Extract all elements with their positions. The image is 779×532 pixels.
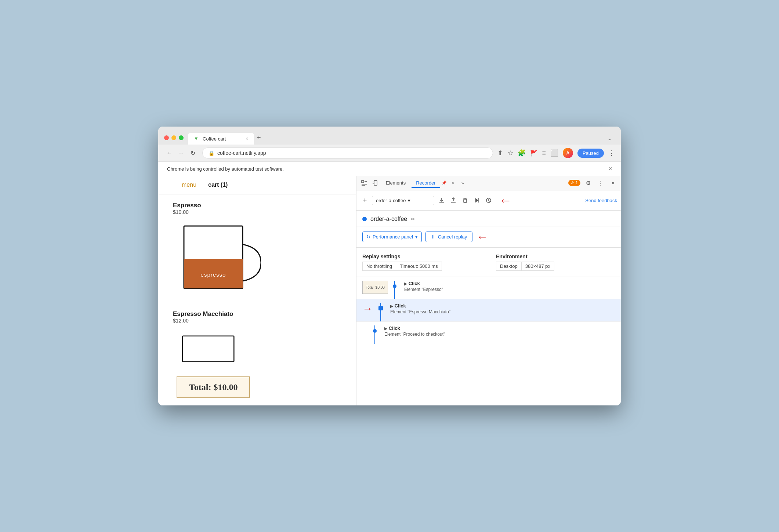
new-tab-button[interactable]: +: [254, 131, 264, 145]
send-feedback-link[interactable]: Send feedback: [585, 198, 617, 203]
export-svg: [439, 197, 445, 203]
slowmo-svg: [486, 197, 492, 203]
export-icon[interactable]: [436, 195, 447, 205]
slowmo-icon[interactable]: [483, 195, 494, 205]
step-detail-3: Element "Proceed to checkout": [384, 332, 615, 337]
svg-rect-12: [451, 202, 456, 203]
espresso-cup[interactable]: espresso: [173, 219, 261, 303]
back-button[interactable]: ←: [164, 148, 174, 158]
close-button[interactable]: [164, 135, 169, 140]
forward-button[interactable]: →: [176, 148, 186, 158]
split-view-icon[interactable]: ⬜: [550, 149, 558, 157]
tab-title: Coffee cart: [203, 136, 226, 142]
share-icon[interactable]: ⬆: [497, 149, 503, 157]
delete-icon[interactable]: [460, 195, 470, 205]
total-box: Total: $10.00: [177, 376, 250, 398]
step-detail-1: Element "Espresso": [404, 287, 615, 292]
step-content-2: ▶ Click Element "Espresso Macchiato": [387, 303, 615, 314]
page-navigation: menu cart (1): [158, 176, 356, 194]
recording-select[interactable]: order-a-coffee ▾: [372, 196, 434, 205]
perf-panel-chevron-icon: ▾: [415, 234, 418, 240]
svg-text:espresso: espresso: [201, 272, 226, 278]
cancel-replay-button[interactable]: ⏸ Cancel replay: [425, 232, 473, 242]
tab-recorder[interactable]: Recorder: [412, 178, 440, 188]
nav-buttons: ← → ↻: [164, 148, 198, 158]
import-icon[interactable]: [448, 195, 459, 205]
settings-icon[interactable]: ⚙: [583, 178, 593, 188]
devtools-more-icon[interactable]: ⋮: [596, 178, 605, 188]
replay-settings-values: No throttling Timeout: 5000 ms: [362, 262, 481, 271]
maximize-button[interactable]: [179, 135, 184, 140]
profile-avatar[interactable]: A: [563, 148, 573, 158]
espresso-product: Espresso $10.00 espresso: [173, 202, 341, 303]
recording-dot: [362, 217, 367, 221]
paused-button[interactable]: Paused: [577, 149, 604, 158]
add-recording-button[interactable]: +: [360, 196, 370, 205]
products-list: Espresso $10.00 espresso: [158, 194, 356, 405]
performance-panel-select[interactable]: ↻ Performance panel ▾: [362, 232, 422, 242]
cart-nav-link[interactable]: cart (1): [208, 182, 228, 188]
device-toolbar-icon[interactable]: [370, 178, 380, 188]
url-bar[interactable]: 🔒 coffee-cart.netlify.app: [202, 147, 493, 158]
desktop-value[interactable]: Desktop: [496, 262, 522, 271]
replay-svg: [474, 197, 480, 203]
bookmark-icon[interactable]: ☆: [507, 149, 513, 157]
notification-badge: ⚠ 1: [568, 180, 580, 186]
recorder-action-icons: [436, 195, 494, 205]
reload-button[interactable]: ↻: [188, 148, 198, 158]
browser-toolbar-icons: ⬆ ☆ 🧩 🚩 ≡ ⬜ A Paused ⋮: [497, 148, 615, 158]
delete-svg: [462, 197, 468, 203]
svg-rect-11: [439, 202, 444, 203]
step-item-2[interactable]: → ▶ Click Element "Espresso Macchiato": [356, 299, 621, 322]
badge-count: 1: [576, 181, 578, 185]
minimize-button[interactable]: [171, 135, 176, 140]
no-throttling-value[interactable]: No throttling: [362, 262, 396, 271]
svg-rect-13: [464, 199, 467, 203]
active-tab[interactable]: ▼ Coffee cart ×: [188, 133, 254, 145]
replay-settings-group: Replay settings No throttling Timeout: 5…: [362, 254, 481, 271]
step-timeline-3: [372, 325, 378, 340]
step-item-3[interactable]: ▶ Click Element "Proceed to checkout": [356, 322, 621, 344]
svg-rect-8: [374, 181, 377, 185]
main-area: menu cart (1) Espresso $10.00: [158, 176, 621, 405]
notification-close-icon[interactable]: ×: [609, 165, 612, 172]
cancel-replay-pause-icon: ⏸: [431, 234, 436, 240]
chrome-menu-icon[interactable]: ⋮: [608, 149, 615, 157]
traffic-lights: [164, 135, 184, 140]
total-label: Total: $10.00: [189, 382, 238, 392]
notification-text: Chrome is being controlled by automated …: [167, 166, 284, 172]
devtools-flag-icon[interactable]: 🚩: [530, 150, 537, 157]
tab-close-icon[interactable]: ×: [246, 136, 248, 141]
red-arrow-step: →: [362, 303, 374, 315]
tab-elements[interactable]: Elements: [381, 178, 410, 188]
step-dot-2-square: [378, 306, 383, 310]
recorder-tab-close-icon[interactable]: ×: [448, 178, 458, 188]
timeline-line-3: [374, 325, 375, 344]
step-action-1: Click: [409, 281, 420, 286]
viewport-value[interactable]: 380×487 px: [522, 262, 554, 271]
replay-settings-title: Replay settings: [362, 254, 481, 259]
extensions-icon[interactable]: 🧩: [518, 149, 526, 157]
more-tabs-icon[interactable]: »: [459, 179, 466, 187]
step-item-1[interactable]: Total: $0.00 ▶ Click Element "Espresso": [356, 277, 621, 299]
import-svg: [450, 197, 456, 203]
step-expand-3[interactable]: ▶: [384, 326, 387, 331]
replay-icon[interactable]: [472, 195, 482, 205]
step-expand-1[interactable]: ▶: [404, 281, 407, 286]
inspector-svg: [361, 180, 367, 186]
edit-recording-icon[interactable]: ✏: [411, 216, 415, 222]
lock-icon: 🔒: [209, 150, 214, 156]
recorder-toolbar: + order-a-coffee ▾: [356, 190, 621, 211]
menu-nav-link[interactable]: menu: [182, 182, 196, 188]
paused-label: Paused: [583, 150, 599, 156]
reading-mode-icon[interactable]: ≡: [542, 149, 546, 157]
recorder-pin-icon[interactable]: 📌: [442, 181, 447, 185]
inspector-icon[interactable]: [359, 178, 369, 188]
step-expand-2[interactable]: ▶: [390, 304, 393, 308]
timeout-value[interactable]: Timeout: 5000 ms: [396, 262, 442, 271]
browser-window: ▼ Coffee cart × + ⌄ ← → ↻ 🔒 coffee-cart.…: [158, 127, 621, 405]
devtools-close-icon[interactable]: ×: [608, 178, 618, 188]
recording-name-label: order-a-coffee: [370, 216, 407, 222]
tab-overflow-button[interactable]: ⌄: [604, 132, 615, 145]
step-timeline-1: [392, 281, 398, 295]
